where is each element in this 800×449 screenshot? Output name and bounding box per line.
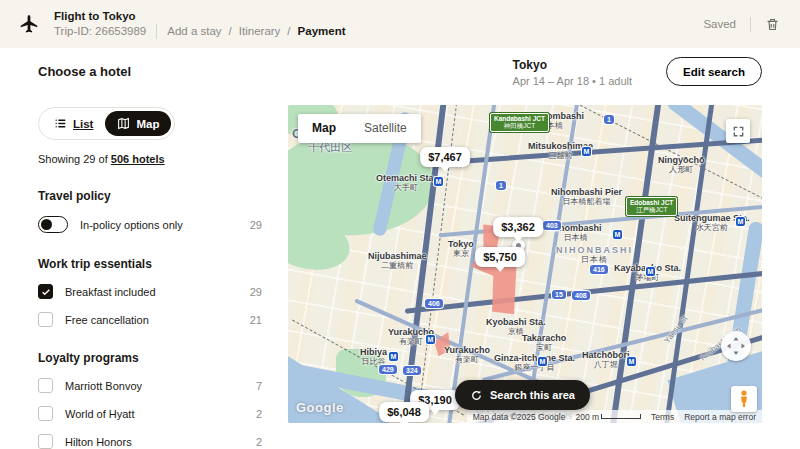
map-data-text: Map data ©2025 Google	[473, 412, 566, 422]
list-view-button[interactable]: List	[42, 111, 105, 136]
breadcrumb-add-a-stay[interactable]: Add a stay	[167, 25, 221, 37]
filter-label: Free cancellation	[65, 314, 250, 326]
results-count-link[interactable]: 506 hotels	[111, 153, 165, 165]
route-shield: 1	[604, 115, 614, 124]
pan-control[interactable]	[721, 331, 751, 361]
map-label: Hatchōbori八丁堀	[582, 350, 630, 370]
map-label: Otemachi Sta.大手町	[376, 173, 436, 193]
divider	[750, 17, 751, 32]
section-work-trip-essentials: Work trip essentials	[38, 257, 262, 271]
results-count-prefix: Showing 29 of	[38, 153, 111, 165]
divider	[156, 24, 157, 39]
filter-free-cancellation: Free cancellation 21	[38, 312, 262, 327]
filter-count: 2	[256, 436, 262, 448]
map-view-button[interactable]: Map	[105, 111, 171, 136]
toggle-knob	[41, 219, 52, 230]
map-canvas[interactable]: Map Satellite Search this area Google Ke…	[288, 105, 762, 423]
pan-arrows-icon	[721, 331, 751, 361]
filter-count: 7	[256, 380, 262, 392]
check-icon	[41, 287, 51, 297]
world-of-hyatt-checkbox[interactable]	[38, 406, 53, 421]
section-loyalty-programs: Loyalty programs	[38, 351, 262, 365]
list-icon	[54, 117, 67, 130]
saved-status[interactable]: Saved	[703, 18, 736, 30]
breadcrumb-separator: /	[287, 25, 290, 37]
filter-in-policy: In-policy options only 29	[38, 216, 262, 233]
metro-station-icon: M	[613, 230, 622, 239]
map-scale-label: 200 m	[575, 412, 599, 422]
metro-station-icon: M	[538, 357, 547, 366]
pegman-icon	[737, 390, 751, 408]
metro-station-icon: M	[736, 217, 745, 226]
search-this-area-label: Search this area	[490, 389, 575, 401]
map-label: Takaracho宝町	[522, 333, 566, 353]
trip-id: Trip-ID: 26653989	[54, 25, 146, 37]
route-shield: 408	[572, 291, 590, 300]
section-travel-policy: Travel policy	[38, 189, 262, 203]
trash-icon[interactable]	[765, 16, 780, 33]
map-scale-bar	[601, 414, 641, 419]
hilton-honors-checkbox[interactable]	[38, 434, 53, 449]
hotel-price-pin[interactable]: $5,750	[475, 247, 525, 267]
view-toggle: List Map	[38, 107, 175, 140]
destination-label: Tokyo	[513, 58, 632, 72]
metro-station-icon: M	[627, 357, 636, 366]
hotel-price-pin[interactable]: $7,467	[420, 147, 470, 167]
map-type-map-button[interactable]: Map	[298, 114, 350, 143]
list-view-label: List	[73, 118, 93, 130]
map-label: Kandabashi JCT神田橋JCT	[490, 113, 549, 132]
breadcrumb: Add a stay / Itinerary / Payment	[167, 25, 345, 37]
metro-station-icon: M	[389, 352, 398, 361]
pegman-control[interactable]	[731, 386, 757, 412]
map-label: NIHONBASHI日本橋	[556, 245, 633, 265]
map-label: Ningyōchō人形町	[658, 155, 705, 175]
free-cancellation-checkbox[interactable]	[38, 312, 53, 327]
filter-count: 29	[250, 286, 262, 298]
page-title: Choose a hotel	[38, 64, 131, 79]
route-shield: 324	[403, 366, 421, 375]
report-map-error-link[interactable]: Report a map error	[684, 412, 756, 422]
map-label: Nijubashimae二重橋前	[368, 251, 427, 271]
map-label: Tokyo東京	[448, 239, 474, 259]
route-shield: 15	[552, 290, 566, 299]
dates-guests-label: Apr 14 – Apr 18 • 1 adult	[513, 75, 632, 87]
map-attribution: Map data ©2025 Google 200 m Terms Report…	[467, 410, 762, 423]
filter-label: Breakfast included	[65, 286, 250, 298]
breakfast-included-checkbox[interactable]	[38, 284, 53, 299]
map-type-satellite-button[interactable]: Satellite	[350, 114, 421, 143]
search-this-area-button[interactable]: Search this area	[455, 380, 590, 410]
route-shield: 416	[590, 265, 608, 274]
terms-link[interactable]: Terms	[651, 412, 674, 422]
filter-world-of-hyatt: World of Hyatt 2	[38, 406, 262, 421]
airplane-icon	[18, 13, 40, 35]
filter-label: World of Hyatt	[65, 408, 256, 420]
route-shield: 1	[496, 181, 506, 190]
metro-station-icon: M	[434, 177, 443, 186]
edit-search-button[interactable]: Edit search	[666, 57, 762, 86]
filter-breakfast-included: Breakfast included 29	[38, 284, 262, 299]
search-summary: Tokyo Apr 14 – Apr 18 • 1 adult	[513, 58, 632, 87]
fullscreen-icon	[732, 125, 745, 138]
fullscreen-button[interactable]	[726, 119, 750, 143]
filter-hilton-honors: Hilton Honors 2	[38, 434, 262, 449]
refresh-icon	[470, 389, 483, 402]
breadcrumb-payment[interactable]: Payment	[298, 25, 346, 37]
map-scale: 200 m	[575, 412, 641, 422]
breadcrumb-itinerary[interactable]: Itinerary	[239, 25, 281, 37]
marriott-bonvoy-checkbox[interactable]	[38, 378, 53, 393]
hotel-price-pin[interactable]: $3,362	[493, 217, 543, 237]
map-label: Edobashi JCT江戸橋JCT	[626, 197, 677, 216]
in-policy-toggle[interactable]	[38, 216, 68, 233]
route-shield: 403	[543, 221, 561, 230]
filter-label: In-policy options only	[80, 219, 250, 231]
filter-count: 21	[250, 314, 262, 326]
map-view-label: Map	[136, 118, 159, 130]
map-label: Hibiya日比谷	[360, 347, 387, 367]
breadcrumb-separator: /	[229, 25, 232, 37]
google-logo[interactable]: Google	[296, 400, 344, 415]
hotel-price-pin[interactable]: $6,048	[379, 402, 429, 422]
filter-label: Hilton Honors	[65, 436, 256, 448]
map-label: Ginza-itchome Sta.銀座一丁目	[494, 353, 575, 373]
route-shield: 406	[425, 299, 443, 308]
filters-sidebar: List Map Showing 29 of 506 hotels Travel…	[38, 107, 262, 449]
